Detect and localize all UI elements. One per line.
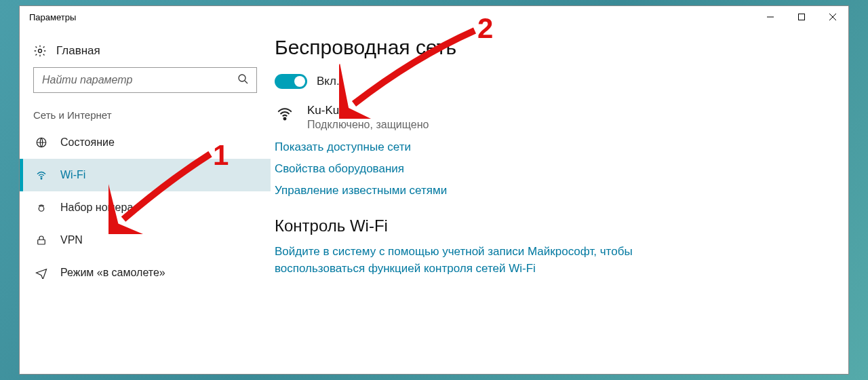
close-button[interactable] bbox=[817, 6, 848, 28]
link-manage-known-networks[interactable]: Управление известными сетями bbox=[275, 184, 828, 197]
sidebar-item-wifi[interactable]: Wi-Fi bbox=[20, 159, 271, 191]
sidebar-item-status[interactable]: Состояние bbox=[20, 126, 271, 159]
svg-point-2 bbox=[239, 75, 245, 81]
svg-rect-0 bbox=[799, 14, 805, 20]
search-box[interactable] bbox=[33, 67, 257, 93]
category-label: Сеть и Интернет bbox=[20, 102, 271, 126]
network-status: Подключено, защищено bbox=[307, 119, 429, 131]
search-input[interactable] bbox=[42, 74, 237, 86]
sidebar-item-label: VPN bbox=[60, 234, 83, 246]
sidebar: Главная Сеть и Интернет bbox=[20, 28, 271, 374]
sidebar-item-label: Режим «в самолете» bbox=[60, 267, 165, 279]
sidebar-item-label: Состояние bbox=[60, 136, 115, 149]
link-hardware-properties[interactable]: Свойства оборудования bbox=[275, 162, 828, 176]
svg-rect-6 bbox=[38, 240, 45, 244]
svg-point-4 bbox=[41, 178, 42, 180]
toggle-label: Вкл. bbox=[317, 75, 340, 88]
wifi-sense-title: Контроль Wi-Fi bbox=[275, 216, 828, 235]
content: Беспроводная сеть Вкл. Ku-Ku Подключено,… bbox=[271, 28, 848, 374]
settings-window: Параметры Главная bbox=[19, 5, 849, 375]
wifi-icon bbox=[35, 169, 48, 181]
home-label: Главная bbox=[56, 44, 100, 58]
vpn-icon bbox=[35, 234, 48, 246]
svg-point-5 bbox=[39, 206, 44, 212]
airplane-icon bbox=[35, 267, 48, 279]
window-title: Параметры bbox=[29, 12, 76, 22]
home-link[interactable]: Главная bbox=[20, 40, 271, 67]
search-icon bbox=[237, 73, 248, 87]
annotation-label-1: 1 bbox=[213, 139, 229, 172]
wifi-toggle-row: Вкл. bbox=[275, 74, 828, 89]
wifi-sense-text[interactable]: Войдите в систему с помощью учетной запи… bbox=[275, 244, 654, 277]
gear-icon bbox=[33, 44, 47, 58]
maximize-button[interactable] bbox=[786, 6, 817, 28]
wifi-toggle[interactable] bbox=[275, 74, 307, 89]
sidebar-item-vpn[interactable]: VPN bbox=[20, 224, 271, 256]
toggle-knob bbox=[294, 76, 305, 87]
sidebar-item-label: Набор номера bbox=[60, 202, 133, 214]
minimize-button[interactable] bbox=[755, 6, 786, 28]
wifi-signal-icon bbox=[275, 105, 295, 126]
link-available-networks[interactable]: Показать доступные сети bbox=[275, 140, 828, 154]
sidebar-item-dialup[interactable]: Набор номера bbox=[20, 191, 271, 224]
annotation-label-2: 2 bbox=[477, 12, 493, 45]
svg-point-1 bbox=[39, 50, 42, 53]
titlebar: Параметры bbox=[20, 6, 848, 28]
globe-icon bbox=[35, 136, 48, 149]
svg-point-7 bbox=[283, 118, 285, 120]
network-name: Ku-Ku bbox=[307, 104, 429, 117]
current-network[interactable]: Ku-Ku Подключено, защищено bbox=[275, 104, 828, 131]
page-title: Беспроводная сеть bbox=[275, 36, 828, 59]
sidebar-item-airplane[interactable]: Режим «в самолете» bbox=[20, 256, 271, 289]
dialup-icon bbox=[35, 202, 48, 214]
nav: Состояние Wi-Fi bbox=[20, 126, 271, 289]
sidebar-item-label: Wi-Fi bbox=[60, 169, 85, 181]
